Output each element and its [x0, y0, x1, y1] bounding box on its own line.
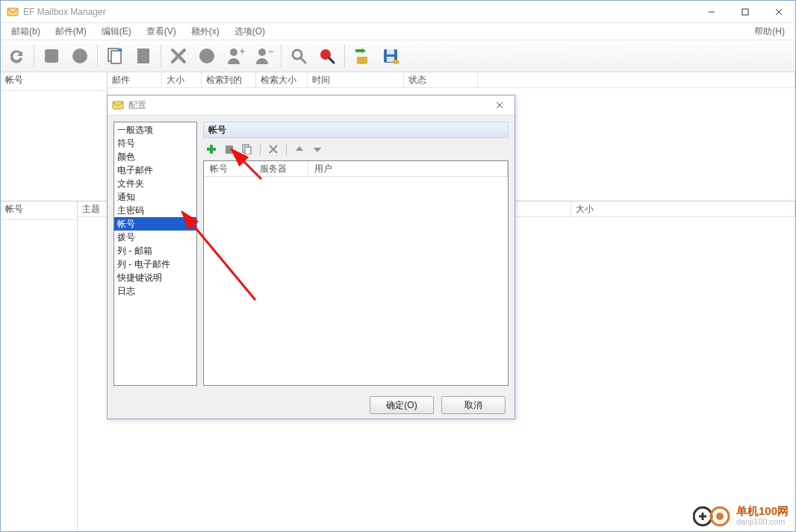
upper-accounts-pane: 帐号 — [1, 72, 108, 201]
svg-rect-31 — [207, 148, 216, 151]
app-title: EF Mailbox Manager — [23, 7, 106, 17]
dialog-button-row: 确定(O) 取消 — [108, 392, 514, 419]
svg-line-21 — [329, 58, 334, 63]
upper-grid-header: 邮件 大小 检索到的 检索大小 时间 状态 — [108, 72, 795, 88]
svg-rect-0 — [7, 8, 18, 16]
section-title: 帐号 — [203, 122, 509, 138]
remove-user-icon[interactable]: − — [251, 43, 276, 69]
col-size[interactable]: 大小 — [162, 72, 202, 87]
svg-point-43 — [716, 513, 724, 520]
tree-item[interactable]: 帐号 — [114, 217, 196, 231]
dialog-icon — [112, 99, 124, 111]
import-icon[interactable] — [349, 43, 375, 69]
config-right-pane: 帐号 — [203, 122, 509, 386]
ok-button[interactable]: 确定(O) — [370, 396, 434, 414]
account-list-body[interactable] — [204, 177, 508, 385]
dialog-title: 配置 — [128, 99, 146, 112]
tree-item[interactable]: 快捷键说明 — [114, 271, 196, 284]
search-stop-icon[interactable] — [314, 43, 340, 69]
svg-text:+: + — [240, 46, 245, 57]
tree-item[interactable]: 主密码 — [114, 204, 196, 217]
close-button[interactable] — [762, 1, 795, 22]
lower-accounts-pane: 帐号 — [1, 201, 78, 531]
app-icon — [7, 6, 19, 18]
maximize-button[interactable] — [728, 1, 762, 22]
col-user[interactable]: 用户 — [308, 161, 508, 176]
tree-item[interactable]: 一般选项 — [114, 123, 196, 137]
svg-rect-24 — [387, 49, 394, 54]
tree-item[interactable]: 文件夹 — [114, 177, 196, 190]
dialog-close-button[interactable] — [485, 101, 514, 109]
config-dialog: 配置 一般选项符号颜色电子邮件文件夹通知主密码帐号拨号列 - 邮箱列 - 电子邮… — [107, 95, 515, 419]
svg-point-13 — [199, 48, 214, 63]
copy-account-icon[interactable] — [240, 143, 254, 156]
menu-mail[interactable]: 邮件(M) — [48, 24, 94, 40]
col-retrieve-size[interactable]: 检索大小 — [256, 72, 308, 87]
upper-accounts-header: 帐号 — [1, 72, 107, 91]
delete-icon[interactable] — [166, 43, 191, 69]
tree-item[interactable]: 拨号 — [114, 231, 196, 244]
menu-mailbox[interactable]: 邮箱(b) — [4, 24, 48, 40]
col-size2[interactable]: 大小 — [571, 201, 795, 216]
edit-account-icon[interactable] — [223, 143, 236, 156]
col-spacer — [478, 72, 795, 87]
svg-rect-10 — [137, 48, 149, 63]
documents-icon[interactable] — [102, 43, 128, 69]
move-up-icon[interactable] — [293, 143, 306, 156]
svg-point-16 — [258, 48, 266, 56]
menu-extra[interactable]: 额外(x) — [184, 24, 227, 40]
search-icon[interactable] — [286, 43, 311, 69]
menu-help[interactable]: 帮助(H) — [747, 24, 792, 40]
dialog-body: 一般选项符号颜色电子邮件文件夹通知主密码帐号拨号列 - 邮箱列 - 电子邮件快捷… — [108, 116, 514, 392]
move-down-icon[interactable] — [311, 143, 324, 156]
config-tree[interactable]: 一般选项符号颜色电子邮件文件夹通知主密码帐号拨号列 - 邮箱列 - 电子邮件快捷… — [114, 122, 197, 386]
tree-item[interactable]: 日志 — [114, 284, 196, 298]
svg-rect-27 — [113, 101, 123, 109]
svg-point-14 — [230, 48, 237, 56]
tree-item[interactable]: 列 - 邮箱 — [114, 244, 196, 257]
tree-item[interactable]: 电子邮件 — [114, 163, 196, 177]
upper-accounts-list[interactable] — [1, 91, 107, 201]
save-icon[interactable] — [378, 43, 403, 69]
watermark-logo-icon — [693, 505, 732, 528]
col-server[interactable]: 服务器 — [254, 161, 308, 176]
cancel-button[interactable]: 取消 — [441, 396, 506, 414]
lower-accounts-header: 帐号 — [1, 201, 77, 220]
svg-text:−: − — [268, 46, 273, 57]
titlebar: EF Mailbox Manager — [1, 1, 795, 23]
watermark-line1: 单机100网 — [736, 506, 789, 516]
account-list-header: 帐号 服务器 用户 — [204, 161, 508, 177]
menu-edit[interactable]: 编辑(E) — [94, 24, 139, 40]
watermark: 单机100网 danji100.com — [693, 505, 789, 528]
col-account[interactable]: 帐号 — [204, 161, 254, 176]
svg-point-22 — [356, 61, 368, 64]
menu-view[interactable]: 查看(V) — [139, 24, 184, 40]
col-mail[interactable]: 邮件 — [108, 72, 162, 87]
svg-rect-9 — [119, 48, 122, 51]
menu-options[interactable]: 选项(O) — [227, 24, 273, 40]
lower-accounts-list[interactable] — [1, 220, 77, 531]
col-retrieved[interactable]: 检索到的 — [202, 72, 256, 87]
col-status[interactable]: 状态 — [404, 72, 478, 87]
minimize-button[interactable] — [694, 1, 728, 22]
stop-icon[interactable] — [39, 43, 64, 69]
add-user-icon[interactable]: + — [223, 43, 248, 69]
record-icon[interactable] — [67, 43, 93, 69]
svg-line-19 — [301, 58, 305, 63]
delete-account-icon[interactable] — [267, 143, 280, 156]
menubar: 邮箱(b) 邮件(M) 编辑(E) 查看(V) 额外(x) 选项(O) 帮助(H… — [1, 23, 795, 40]
tree-item[interactable]: 列 - 电子邮件 — [114, 257, 196, 271]
add-account-icon[interactable] — [205, 143, 218, 156]
refresh-icon[interactable] — [4, 43, 29, 69]
account-list[interactable]: 帐号 服务器 用户 — [203, 160, 509, 386]
tree-item[interactable]: 颜色 — [114, 150, 196, 163]
toolbar: + − — [1, 40, 795, 72]
svg-point-26 — [392, 60, 399, 64]
page-icon[interactable] — [131, 43, 156, 69]
col-time[interactable]: 时间 — [308, 72, 404, 87]
dialog-titlebar: 配置 — [108, 96, 514, 116]
svg-point-6 — [72, 48, 87, 63]
tree-item[interactable]: 通知 — [114, 190, 196, 204]
block-icon[interactable] — [194, 43, 220, 69]
tree-item[interactable]: 符号 — [114, 137, 196, 150]
